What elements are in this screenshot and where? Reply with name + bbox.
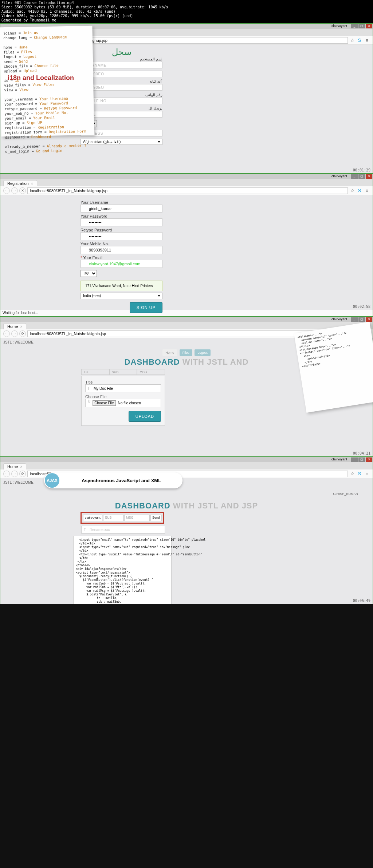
bookmark-icon[interactable]: ☆ (349, 188, 355, 193)
maximize-button[interactable]: ▢ (358, 24, 365, 28)
tab-registration[interactable]: Registration × (3, 180, 37, 186)
overlay-title: i18n and Localization (8, 74, 74, 82)
reload-icon[interactable]: ⟳ (19, 330, 26, 337)
tab-label: Registration (7, 181, 29, 186)
minimize-button[interactable]: _ (351, 24, 358, 28)
reload-icon[interactable]: ⟳ (19, 471, 26, 477)
code-editor: <input type="email" name="to" required="… (73, 536, 172, 604)
window-title: clairvoyant (331, 457, 347, 461)
close-button[interactable]: ✕ (366, 174, 372, 179)
window-title: clairvoyant (331, 317, 347, 321)
back-icon[interactable]: ← (3, 330, 10, 337)
browser-window-registration-en: clairvoyant _ ▢ ✕ Registration × ← → ✕ ☆… (0, 174, 373, 317)
tab-home[interactable]: Home × (3, 323, 26, 329)
retype-input[interactable] (81, 232, 162, 240)
title-input[interactable] (85, 384, 161, 392)
forward-icon[interactable]: → (11, 330, 18, 337)
bookmark-icon[interactable]: ☆ (349, 471, 355, 476)
skype-icon[interactable]: S (357, 38, 362, 43)
close-button[interactable]: ✕ (366, 317, 372, 322)
close-tab-icon[interactable]: × (20, 465, 22, 469)
signup-button[interactable]: SIGN UP (130, 302, 162, 313)
country-select[interactable]: Afghanistan (افغانستان)▾ (81, 139, 162, 145)
nav-home[interactable]: Home (162, 349, 177, 356)
close-tab-icon[interactable]: × (20, 325, 22, 329)
skype-icon[interactable]: S (357, 471, 362, 476)
bookmark-icon[interactable]: ☆ (349, 38, 355, 43)
file-chooser[interactable]: U Choose File No file chosen (85, 399, 161, 407)
menu-icon[interactable]: ≡ (364, 38, 370, 43)
stop-icon[interactable]: ✕ (19, 187, 26, 194)
window-title: clairvoyant (331, 174, 347, 178)
title-label: Title (85, 380, 161, 384)
forward-icon[interactable]: → (11, 471, 18, 477)
tab-msg[interactable]: MSG (137, 369, 165, 375)
username-label: Your Username (81, 200, 162, 205)
username-input[interactable] (81, 205, 162, 213)
close-button[interactable]: ✕ (366, 24, 372, 28)
url-input[interactable] (27, 187, 348, 194)
nav-files[interactable]: Files (180, 349, 192, 356)
email-label: * Your Email (81, 255, 162, 260)
tab-home[interactable]: Home × (3, 463, 26, 469)
tab-bar: Home × (0, 462, 373, 469)
sub-input[interactable]: SUB (103, 515, 123, 521)
message-tabs: TO SUB MSG (81, 369, 165, 375)
retype-label: Retype Password (81, 228, 162, 232)
send-button[interactable]: Send (150, 515, 162, 521)
back-icon[interactable]: ← (3, 187, 10, 194)
country-value: India (भारत) (83, 294, 101, 298)
email-input[interactable] (81, 260, 162, 268)
minimize-button[interactable]: _ (351, 317, 358, 322)
to-input[interactable]: clairvoyant (83, 515, 102, 521)
thumbnail-timestamp: 00:05:49 (353, 599, 370, 603)
choose-file-button[interactable]: Choose File (93, 400, 115, 406)
window-titlebar: clairvoyant _ ▢ ✕ (0, 457, 373, 462)
minimize-button[interactable]: _ (351, 457, 358, 462)
tab-to[interactable]: TO (81, 369, 109, 375)
tab-sub[interactable]: SUB (109, 369, 137, 375)
upload-button[interactable]: UPLOAD (129, 411, 161, 422)
gender-select[interactable]: MALE (81, 270, 97, 277)
msg-input[interactable]: MSG (124, 515, 150, 521)
mobile-label: Your Mobile No. (81, 242, 162, 246)
tab-label: Home (7, 324, 18, 329)
chevron-down-icon: ▾ (158, 294, 160, 298)
country-select[interactable]: India (भारत)▾ (81, 293, 162, 299)
tab-bar: Home × (0, 322, 373, 329)
maximize-button[interactable]: ▢ (358, 317, 365, 322)
maximize-button[interactable]: ▢ (358, 457, 365, 462)
thumbnail-timestamp: 00:01:29 (353, 168, 370, 172)
close-button[interactable]: ✕ (366, 457, 372, 462)
forward-icon[interactable]: → (11, 187, 18, 194)
ajax-callout: AJAX Asynchronous JavaScript and XML (44, 472, 182, 488)
menu-icon[interactable]: ≡ (364, 188, 370, 193)
upload-icon: U (88, 399, 90, 403)
thumbnail-timestamp: 00:04:21 (353, 451, 370, 455)
password-label: Your Password (81, 214, 162, 218)
mobile-input[interactable] (81, 246, 162, 254)
ajax-badge: AJAX (45, 473, 59, 488)
skype-icon[interactable]: S (357, 188, 362, 193)
password-input[interactable] (81, 218, 162, 226)
page-body: سجل إسم المستخدم USERNAME X9uP90EO أعد ك… (0, 45, 373, 173)
current-user: GIRISH_KUMAR (333, 492, 358, 496)
browser-window-dashboard-ajax: clairvoyant _ ▢ ✕ Home × ← → ⟳ ☆ S ≡ JST… (0, 457, 373, 604)
nav-logout[interactable]: Logout (195, 349, 211, 356)
back-icon[interactable]: ← (3, 471, 10, 477)
thumbnail-timestamp: 00:02:58 (353, 305, 370, 309)
close-tab-icon[interactable]: × (31, 182, 33, 186)
no-file-text: No file chosen (118, 401, 141, 405)
ajax-expansion: Asynchronous JavaScript and XML (60, 478, 182, 483)
registration-form: Your Username 👤 Your Password 🔒 Retype P… (81, 195, 162, 299)
minimize-button[interactable]: _ (351, 174, 358, 179)
page-body: JSTL : WELCOME AJAX Asynchronous JavaScr… (0, 478, 373, 604)
status-bar: Waiting for localhost... (0, 310, 373, 316)
maximize-button[interactable]: ▢ (358, 174, 365, 179)
address-input[interactable]: 171,Vivekanand Ward, Near Hind Printers (81, 281, 162, 291)
filename-input[interactable]: T filename.xxx (81, 526, 165, 534)
chevron-down-icon: ▾ (158, 140, 160, 144)
window-titlebar: clairvoyant _ ▢ ✕ (0, 174, 373, 179)
menu-icon[interactable]: ≡ (364, 471, 370, 476)
window-title: clairvoyant (331, 24, 347, 28)
